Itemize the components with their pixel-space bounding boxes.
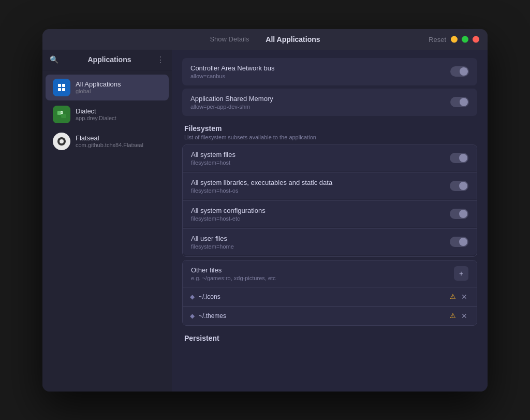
diamond-icon-2: ◆ — [190, 312, 195, 320]
canbus-info: Controller Area Network bus allow=canbus — [190, 64, 275, 79]
home-id: filesystem=home — [191, 243, 234, 250]
shm-name: Application Shared Memory — [190, 95, 273, 103]
filesystem-desc: List of filesystem subsets available to … — [184, 134, 475, 140]
svg-point-10 — [60, 139, 64, 143]
host-name: All system files — [191, 151, 235, 158]
canbus-name: Controller Area Network bus — [190, 64, 275, 72]
other-files-info: Other files e.g. ~/games:ro, xdg-picture… — [191, 266, 276, 281]
dialect-info: Dialect app.drey.Dialect — [76, 107, 116, 121]
home-info: All user files filesystem=home — [191, 235, 234, 250]
custom-entry-icons: ◆ ⚠ ✕ — [183, 287, 477, 306]
flatseal-name: Flatseal — [76, 134, 143, 142]
flatseal-info: Flatseal com.github.tchx84.Flatseal — [76, 134, 143, 148]
sidebar-item-flatseal[interactable]: Flatseal com.github.tchx84.Flatseal — [46, 128, 169, 154]
permission-shared-memory: Application Shared Memory allow=per-app-… — [182, 89, 477, 116]
fs-item-host-etc: All system configurations filesystem=hos… — [183, 200, 477, 227]
host-etc-name: All system configurations — [191, 207, 266, 214]
home-name: All user files — [191, 235, 234, 242]
flatseal-id: com.github.tchx84.Flatseal — [76, 142, 143, 148]
canbus-toggle[interactable] — [450, 66, 469, 77]
shm-info: Application Shared Memory allow=per-app-… — [190, 95, 273, 110]
host-os-id: filesystem=host-os — [191, 187, 332, 194]
host-os-toggle[interactable] — [450, 181, 468, 191]
svg-rect-3 — [62, 88, 65, 91]
filesystem-section-header: Filesystem List of filesystem subsets av… — [182, 124, 477, 140]
sidebar-title: Applications — [63, 55, 156, 64]
dialect-name: Dialect — [76, 107, 116, 115]
custom-entry-themes: ◆ ⚠ ✕ — [183, 306, 477, 325]
persistent-title: Persistent — [184, 334, 475, 342]
filesystem-group: All system files filesystem=host All sys… — [182, 144, 477, 257]
host-etc-info: All system configurations filesystem=hos… — [191, 207, 266, 222]
menu-icon[interactable]: ⋮ — [156, 55, 165, 65]
fs-item-host-os: All system libraries, executables and st… — [183, 172, 477, 199]
home-toggle[interactable] — [450, 237, 468, 247]
host-id: filesystem=host — [191, 160, 235, 166]
content-area: Controller Area Network bus allow=canbus… — [172, 50, 488, 392]
warning-icon-2: ⚠ — [450, 312, 456, 320]
sidebar-item-all-applications[interactable]: All Applications global — [46, 75, 169, 100]
permission-canbus: Controller Area Network bus allow=canbus — [182, 58, 477, 85]
all-applications-icon — [53, 79, 70, 96]
titlebar: Show Details All Applications Reset — [42, 29, 488, 50]
host-etc-id: filesystem=host-etc — [191, 215, 266, 222]
host-toggle[interactable] — [450, 153, 468, 163]
main-content: 🔍 Applications ⋮ A — [42, 50, 488, 392]
all-applications-id: global — [76, 88, 121, 94]
sidebar-header: 🔍 Applications ⋮ — [42, 50, 172, 70]
minimize-button[interactable] — [451, 36, 458, 42]
dialect-icon: D — [53, 106, 70, 123]
host-os-name: All system libraries, executables and st… — [191, 179, 332, 186]
canbus-id: allow=canbus — [190, 73, 275, 79]
svg-rect-1 — [62, 84, 65, 87]
all-applications-info: All Applications global — [76, 80, 121, 94]
sidebar-items: All Applications global D — [42, 70, 172, 392]
sidebar-item-dialect[interactable]: D Dialect app.drey.Dialect — [46, 102, 169, 127]
svg-rect-0 — [58, 84, 61, 87]
window-title: All Applications — [266, 35, 320, 44]
remove-themes-button[interactable]: ✕ — [459, 311, 469, 321]
warning-icon-1: ⚠ — [450, 293, 456, 300]
remove-icons-button[interactable]: ✕ — [459, 292, 469, 302]
diamond-icon-1: ◆ — [190, 293, 195, 300]
all-applications-name: All Applications — [76, 80, 121, 88]
flatseal-icon — [53, 133, 70, 150]
show-details-button[interactable]: Show Details — [210, 35, 249, 43]
window-controls — [451, 36, 479, 42]
host-etc-toggle[interactable] — [450, 209, 468, 219]
shm-id: allow=per-app-dev-shm — [190, 104, 273, 110]
svg-text:D: D — [61, 111, 63, 114]
other-files-header: Other files e.g. ~/games:ro, xdg-picture… — [183, 260, 477, 287]
other-files-name: Other files — [191, 266, 276, 274]
main-window: Show Details All Applications Reset 🔍 Ap… — [42, 29, 488, 392]
host-info: All system files filesystem=host — [191, 151, 235, 166]
add-other-file-button[interactable]: + — [454, 266, 468, 281]
other-files-desc: e.g. ~/games:ro, xdg-pictures, etc — [191, 275, 276, 281]
themes-path-input[interactable] — [199, 312, 450, 320]
maximize-button[interactable] — [462, 36, 468, 42]
svg-rect-2 — [58, 88, 61, 91]
svg-rect-7 — [61, 114, 66, 118]
reset-button[interactable]: Reset — [429, 35, 446, 43]
fs-item-home: All user files filesystem=home — [183, 228, 477, 255]
persistent-section-header: Persistent — [182, 334, 477, 342]
search-icon: 🔍 — [50, 55, 58, 64]
other-files-group: Other files e.g. ~/games:ro, xdg-picture… — [182, 260, 477, 326]
titlebar-center: Show Details All Applications — [51, 35, 479, 44]
close-button[interactable] — [473, 36, 479, 42]
dialect-id: app.drey.Dialect — [76, 115, 116, 121]
shm-toggle[interactable] — [450, 97, 469, 107]
host-os-info: All system libraries, executables and st… — [191, 179, 332, 194]
fs-item-host: All system files filesystem=host — [183, 145, 477, 171]
sidebar: 🔍 Applications ⋮ A — [42, 50, 172, 392]
icons-path-input[interactable] — [199, 293, 450, 300]
filesystem-title: Filesystem — [184, 124, 475, 133]
